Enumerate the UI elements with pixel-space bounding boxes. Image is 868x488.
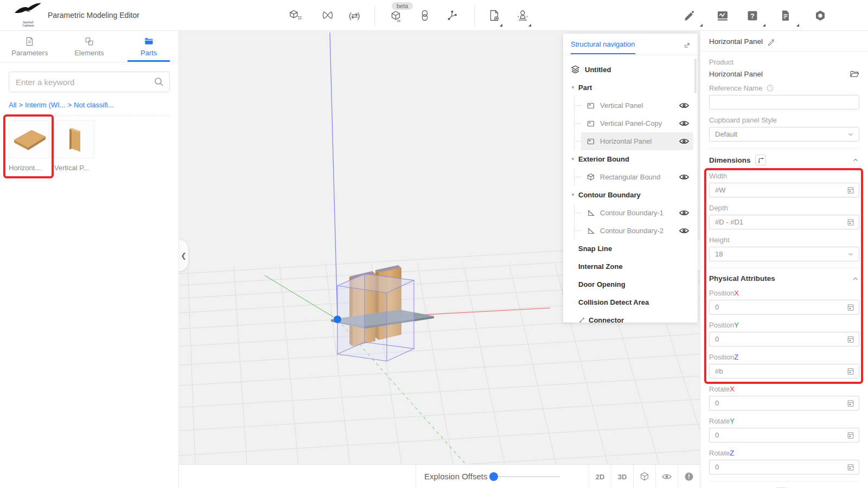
tree-group-collision-detect-area[interactable]: Collision Detect Area bbox=[571, 293, 693, 311]
tree-item-contour-boundary-2[interactable]: Contour Boundary-2 bbox=[575, 222, 693, 240]
part-label: Vertical P... bbox=[54, 164, 95, 172]
collapse-section-icon[interactable] bbox=[852, 275, 859, 282]
knot-icon[interactable] bbox=[321, 9, 334, 22]
part-card-vertical[interactable]: Vertical P... bbox=[54, 120, 95, 172]
origin-handle[interactable] bbox=[334, 316, 341, 323]
tab-elements[interactable]: Elements bbox=[60, 31, 119, 62]
tree-group-contour-boundary[interactable]: ▼Contour Boundary bbox=[571, 186, 693, 204]
eye-icon bbox=[662, 472, 672, 481]
breadcrumb-all[interactable]: All bbox=[9, 101, 16, 109]
tree-group-part[interactable]: ▼Part bbox=[571, 79, 693, 97]
formula-calc-icon[interactable] bbox=[847, 432, 854, 439]
swap-parameters-icon[interactable]: (⇄) bbox=[349, 9, 362, 22]
visibility-eye-icon[interactable] bbox=[679, 174, 689, 181]
explosion-slider-track[interactable] bbox=[492, 476, 560, 477]
field-value: 0 bbox=[715, 335, 847, 343]
formula-calc-icon[interactable] bbox=[847, 336, 854, 343]
tree-connector-line bbox=[575, 177, 581, 177]
tab-parameters[interactable]: Parameters bbox=[0, 31, 60, 62]
tree-item-label: Contour Boundary-1 bbox=[600, 209, 674, 217]
tree-item-contour-boundary-1[interactable]: Contour Boundary-1 bbox=[575, 204, 693, 222]
tree-group-connector[interactable]: Connector bbox=[571, 311, 693, 323]
document-export-icon[interactable] bbox=[488, 9, 501, 22]
beta-badge: beta bbox=[392, 2, 413, 10]
tree-item-rectangular-bound[interactable]: Rectangular Bound bbox=[575, 168, 693, 186]
tree-group-label: Contour Boundary bbox=[578, 191, 641, 199]
collapse-arrow-icon[interactable]: ▼ bbox=[571, 85, 578, 90]
explosion-slider-handle[interactable] bbox=[489, 472, 498, 481]
visibility-eye-icon[interactable] bbox=[679, 138, 689, 145]
edit-pencil-icon[interactable] bbox=[683, 9, 696, 22]
tree-item-vertical-panel[interactable]: Vertical Panel bbox=[575, 97, 693, 114]
visibility-eye-icon[interactable] bbox=[679, 227, 689, 234]
view-2d-button[interactable]: 2D bbox=[589, 465, 611, 488]
collapse-arrow-icon[interactable]: ▼ bbox=[571, 157, 578, 162]
visibility-button[interactable] bbox=[655, 465, 678, 488]
part-card-horizontal[interactable]: Horizont... bbox=[9, 120, 49, 172]
formula-calc-icon[interactable] bbox=[847, 368, 854, 375]
help-icon[interactable]: ? bbox=[746, 9, 759, 22]
publish-icon[interactable] bbox=[516, 9, 529, 22]
dimension-chain-icon[interactable] bbox=[755, 155, 766, 165]
tree-item-horizontal-panel[interactable]: Horizontal Panel bbox=[575, 132, 693, 150]
formula-calc-icon[interactable] bbox=[847, 400, 854, 407]
tree-group-door-opening[interactable]: Door Opening bbox=[571, 275, 693, 293]
reference-name-input[interactable] bbox=[715, 98, 854, 106]
breadcrumb-interim[interactable]: Interim (WI... bbox=[25, 101, 65, 109]
graph-share-icon[interactable] bbox=[446, 9, 459, 22]
scrollbar-thumb[interactable] bbox=[694, 59, 697, 93]
positionx-input[interactable]: 0 bbox=[709, 300, 859, 314]
depth-input[interactable]: #D - #D1 bbox=[709, 215, 859, 229]
folder-open-icon[interactable] bbox=[850, 69, 859, 79]
contour-icon bbox=[586, 209, 595, 217]
visibility-eye-icon[interactable] bbox=[679, 209, 689, 216]
cupboard-style-label: Cupboard panel Style bbox=[709, 116, 859, 125]
field-value: #D - #D1 bbox=[715, 218, 847, 226]
tab-parts[interactable]: Parts bbox=[119, 31, 178, 62]
product-label: Product bbox=[709, 58, 859, 67]
expand-panel-icon[interactable] bbox=[683, 41, 691, 49]
view-3d-button[interactable]: 3D bbox=[611, 465, 633, 488]
model-group[interactable] bbox=[331, 265, 434, 361]
tree-group-snap-line[interactable]: Snap Line bbox=[571, 240, 693, 258]
activity-monitor-icon[interactable] bbox=[716, 9, 729, 22]
visibility-eye-icon[interactable] bbox=[679, 120, 689, 127]
formula-calc-icon[interactable] bbox=[847, 219, 854, 226]
top-bar: SeaGull Cabinets Parametric Modeling Edi… bbox=[0, 0, 868, 31]
formula-calc-icon[interactable] bbox=[847, 187, 854, 194]
document-icon[interactable] bbox=[779, 9, 792, 22]
chevron-down-icon[interactable] bbox=[847, 251, 854, 258]
cupboard-style-select[interactable]: Default bbox=[709, 127, 859, 142]
settings-nut-icon[interactable] bbox=[814, 9, 827, 22]
rotatex-input[interactable]: 0 bbox=[709, 396, 859, 410]
rename-pencil-icon[interactable] bbox=[767, 38, 775, 46]
visibility-eye-icon[interactable] bbox=[679, 102, 689, 109]
link-icon[interactable] bbox=[418, 9, 431, 22]
search-input[interactable] bbox=[9, 72, 170, 92]
formula-calc-icon[interactable] bbox=[847, 304, 854, 311]
tree-item-vertical-panel-copy[interactable]: Vertical Panel-Copy bbox=[575, 114, 693, 132]
formula-calc-icon[interactable] bbox=[847, 464, 854, 471]
structural-navigation-tab[interactable]: Structural navigation bbox=[571, 40, 635, 54]
warning-button[interactable] bbox=[678, 465, 700, 488]
cube-view-button[interactable] bbox=[633, 465, 655, 488]
explosion-offsets-label: Explosion Offsets bbox=[424, 472, 487, 481]
connector-icon bbox=[578, 317, 585, 323]
collapse-left-panel-handle[interactable]: ❮ bbox=[179, 240, 188, 271]
tree-group-internal-zone[interactable]: Internal Zone bbox=[571, 258, 693, 275]
model-parts-icon[interactable] bbox=[289, 9, 302, 22]
3d-viewport[interactable]: ❮ ❯ Structural navigation Untitled▼PartV… bbox=[179, 31, 700, 464]
rotatez-input[interactable]: 0 bbox=[709, 460, 859, 474]
tree-root-untitled[interactable]: Untitled bbox=[571, 61, 693, 79]
collapse-arrow-icon[interactable]: ▼ bbox=[571, 192, 578, 197]
rotatey-input[interactable]: 0 bbox=[709, 428, 859, 442]
cube-formula-icon[interactable]: fx bbox=[390, 10, 403, 23]
positiony-input[interactable]: 0 bbox=[709, 332, 859, 346]
collapse-section-icon[interactable] bbox=[852, 156, 859, 164]
height-input[interactable]: 18 bbox=[709, 247, 859, 261]
width-input[interactable]: #W bbox=[709, 183, 859, 197]
tree-group-exterior-bound[interactable]: ▼Exterior Bound bbox=[571, 150, 693, 168]
dropdown-tick bbox=[700, 24, 703, 27]
positionz-input[interactable]: #b bbox=[709, 364, 859, 378]
breadcrumb-not-classified[interactable]: Not classifi... bbox=[74, 101, 114, 109]
